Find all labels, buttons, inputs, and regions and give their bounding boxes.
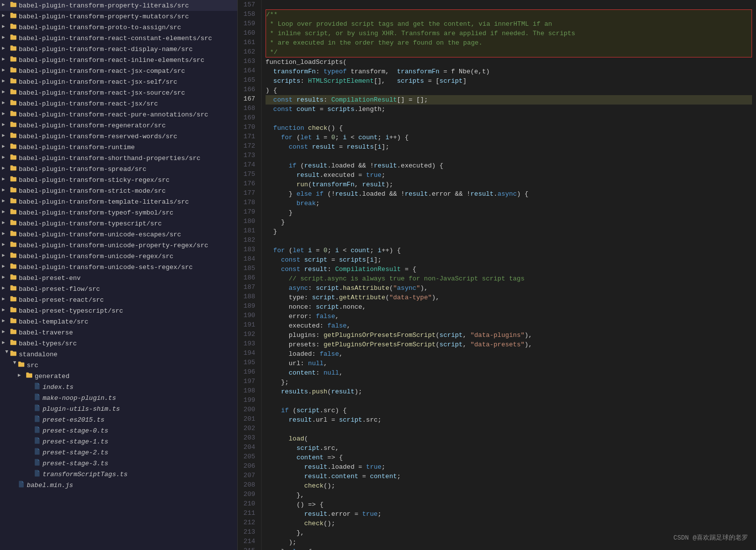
tree-item-s41[interactable]: preset-stage-1.ts — [0, 436, 237, 447]
file-icon — [34, 459, 41, 468]
tree-item-s2[interactable]: ▶ babel-plugin-transform-property-mutato… — [0, 11, 237, 22]
line-numbers: 1571581591601611621631641651661671681691… — [238, 0, 262, 550]
tree-item-s15[interactable]: ▶ babel-plugin-transform-shorthand-prope… — [0, 153, 237, 164]
tree-item-s33[interactable]: ▶ standalone — [0, 349, 237, 360]
tree-item-s5[interactable]: ▶ babel-plugin-transform-react-display-n… — [0, 44, 237, 55]
tree-item-s32[interactable]: ▶ babel-types/src — [0, 338, 237, 349]
tree-item-s45[interactable]: babel.min.js — [0, 480, 237, 491]
file-icon — [34, 393, 41, 402]
line-number: 198 — [242, 386, 255, 395]
code-line: const result = results[i]; — [266, 142, 752, 152]
tree-item-s34[interactable]: ▶ src — [0, 360, 237, 371]
tree-item-s28[interactable]: ▶ babel-preset-react/src — [0, 294, 237, 305]
tree-item-s6[interactable]: ▶ babel-plugin-transform-react-inline-el… — [0, 55, 237, 65]
line-number: 189 — [242, 301, 255, 311]
arrow-icon: ▶ — [2, 154, 10, 162]
tree-item-s29[interactable]: ▶ babel-preset-typescript/src — [0, 305, 237, 316]
tree-item-s23[interactable]: ▶ babel-plugin-transform-unicode-propert… — [0, 240, 237, 251]
folder-icon — [10, 328, 17, 337]
code-line: /** — [266, 10, 752, 19]
folder-icon — [10, 317, 17, 326]
item-label: babel-plugin-transform-property-mutators… — [19, 13, 189, 20]
tree-item-s21[interactable]: ▶ babel-plugin-transform-typescript/src — [0, 218, 237, 229]
tree-item-s36[interactable]: index.ts — [0, 382, 237, 392]
item-label: babel-plugin-transform-unicode-property-… — [19, 242, 208, 249]
item-label: babel-plugin-transform-template-literals… — [19, 198, 189, 206]
tree-item-s44[interactable]: transformScriptTags.ts — [0, 469, 237, 480]
tree-item-s35[interactable]: ▶ generated — [0, 371, 237, 382]
line-number: 204 — [242, 442, 255, 452]
arrow-icon: ▶ — [2, 34, 10, 42]
tree-item-s8[interactable]: ▶ babel-plugin-transform-react-jsx-self/… — [0, 76, 237, 87]
item-label: transformScriptTags.ts — [43, 471, 128, 478]
tree-item-s31[interactable]: ▶ babel-traverse — [0, 327, 237, 338]
folder-icon — [10, 154, 17, 163]
code-editor: 1571581591601611621631641651661671681691… — [238, 0, 756, 550]
tree-item-s37[interactable]: make-noop-plugin.ts — [0, 392, 237, 403]
code-line: * inline script, or by using XHR. Transf… — [266, 29, 752, 38]
tree-item-s19[interactable]: ▶ babel-plugin-transform-template-litera… — [0, 196, 237, 207]
file-icon — [34, 404, 41, 413]
code-line: }; — [266, 378, 752, 387]
tree-item-s30[interactable]: ▶ babel-template/src — [0, 316, 237, 327]
file-icon — [18, 481, 25, 490]
folder-icon — [10, 12, 17, 21]
tree-item-s18[interactable]: ▶ babel-plugin-transform-strict-mode/src — [0, 185, 237, 196]
folder-icon — [10, 23, 17, 32]
code-line: check(); — [266, 481, 752, 491]
code-line: if (script.src) { — [266, 406, 752, 415]
item-label: babel-plugin-transform-typeof-symbol/src — [19, 209, 173, 217]
tree-item-s4[interactable]: ▶ babel-plugin-transform-react-constant-… — [0, 33, 237, 44]
tree-item-s22[interactable]: ▶ babel-plugin-transform-unicode-escapes… — [0, 229, 237, 240]
tree-item-s9[interactable]: ▶ babel-plugin-transform-react-jsx-sourc… — [0, 87, 237, 98]
code-line — [266, 0, 752, 9]
line-number: 211 — [242, 508, 255, 518]
tree-item-s38[interactable]: plugin-utils-shim.ts — [0, 403, 237, 414]
tree-item-s42[interactable]: preset-stage-2.ts — [0, 447, 237, 458]
folder-icon — [10, 88, 17, 97]
tree-item-s16[interactable]: ▶ babel-plugin-transform-spread/src — [0, 164, 237, 174]
line-number: 157 — [242, 0, 255, 9]
tree-item-s25[interactable]: ▶ babel-plugin-transform-unicode-sets-re… — [0, 262, 237, 273]
line-number: 187 — [242, 282, 255, 292]
tree-item-s40[interactable]: preset-stage-0.ts — [0, 425, 237, 436]
tree-item-s27[interactable]: ▶ babel-preset-flow/src — [0, 283, 237, 294]
arrow-icon: ▶ — [2, 143, 10, 151]
arrow-icon: ▶ — [2, 350, 10, 358]
tree-item-s26[interactable]: ▶ babel-preset-env — [0, 273, 237, 283]
line-number: 175 — [242, 169, 255, 179]
line-number: 180 — [242, 217, 255, 226]
item-label: make-noop-plugin.ts — [43, 394, 116, 402]
arrow-icon — [26, 459, 34, 467]
tree-item-s1[interactable]: ▶ babel-plugin-transform-property-litera… — [0, 0, 237, 11]
folder-icon — [26, 372, 33, 381]
tree-item-s14[interactable]: ▶ babel-plugin-transform-runtime — [0, 142, 237, 153]
tree-item-s39[interactable]: preset-es2015.ts — [0, 414, 237, 425]
code-line: run(transformFn, result); — [266, 180, 752, 189]
code-line: const script = scripts[i]; — [266, 255, 752, 265]
arrow-icon — [26, 405, 34, 413]
code-line: async: script.hasAttribute("async"), — [266, 283, 752, 293]
code-line: for (let i = 0; i < count; i++) { — [266, 246, 752, 255]
tree-item-s20[interactable]: ▶ babel-plugin-transform-typeof-symbol/s… — [0, 207, 237, 218]
code-line: const result: CompilationResult = { — [266, 265, 752, 274]
arrow-icon: ▶ — [2, 274, 10, 282]
tree-item-s24[interactable]: ▶ babel-plugin-transform-unicode-regex/s… — [0, 251, 237, 262]
tree-item-s7[interactable]: ▶ babel-plugin-transform-react-jsx-compa… — [0, 65, 237, 76]
folder-icon — [10, 175, 17, 184]
tree-item-s3[interactable]: ▶ babel-plugin-transform-proto-to-assign… — [0, 22, 237, 33]
comment-block-highlight: /** * Loop over provided script tags and… — [266, 9, 752, 57]
tree-item-s17[interactable]: ▶ babel-plugin-transform-sticky-regex/sr… — [0, 174, 237, 185]
tree-item-s11[interactable]: ▶ babel-plugin-transform-react-pure-anno… — [0, 109, 237, 120]
line-number: 214 — [242, 537, 255, 546]
item-label: babel-plugin-transform-react-pure-annota… — [19, 111, 208, 118]
arrow-icon: ▶ — [2, 209, 10, 217]
tree-item-s12[interactable]: ▶ babel-plugin-transform-regenerator/src — [0, 120, 237, 131]
line-number: 166 — [242, 85, 255, 94]
tree-item-s43[interactable]: preset-stage-3.ts — [0, 458, 237, 469]
arrow-icon: ▶ — [2, 220, 10, 227]
folder-icon — [10, 197, 17, 206]
tree-item-s13[interactable]: ▶ babel-plugin-transform-reserved-words/… — [0, 131, 237, 142]
tree-item-s10[interactable]: ▶ babel-plugin-transform-react-jsx/src — [0, 98, 237, 109]
arrow-icon: ▶ — [2, 285, 10, 293]
